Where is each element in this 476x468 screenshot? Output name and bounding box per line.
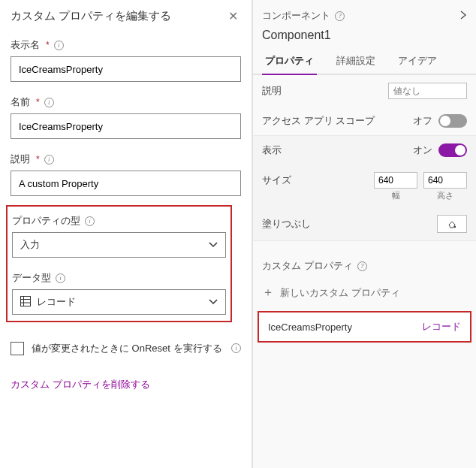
property-item-name: IceCreamsProperty: [268, 322, 352, 333]
description-field[interactable]: [388, 83, 467, 99]
chevron-down-icon: [209, 242, 218, 248]
info-icon[interactable]: i: [56, 273, 65, 283]
width-sublabel: 幅: [374, 190, 417, 201]
width-input[interactable]: [374, 172, 417, 189]
tabs: プロパティ 詳細設定 アイデア: [253, 50, 476, 75]
access-scope-label: アクセス アプリ スコープ: [262, 114, 413, 128]
required-marker: *: [46, 40, 50, 50]
description-label: 説明: [262, 84, 388, 98]
display-state: オン: [413, 143, 432, 157]
property-type-value: 入力: [20, 238, 40, 252]
panel-title: カスタム プロパティを編集する: [11, 9, 171, 23]
size-label: サイズ: [262, 174, 374, 187]
property-item-type: レコード: [422, 320, 461, 334]
property-type-label: プロパティの型: [12, 214, 80, 228]
data-type-value: レコード: [37, 295, 76, 309]
info-icon[interactable]: i: [54, 41, 64, 50]
name-input[interactable]: [11, 113, 241, 139]
component-header-label: コンポーネント: [262, 9, 330, 23]
component-name: Component1: [253, 26, 476, 50]
display-toggle[interactable]: [438, 143, 467, 157]
required-marker: *: [36, 154, 40, 165]
fill-color-picker[interactable]: [437, 215, 467, 233]
info-icon[interactable]: i: [231, 343, 241, 353]
close-icon[interactable]: ✕: [225, 8, 241, 25]
height-sublabel: 高さ: [423, 190, 467, 201]
svg-rect-0: [21, 296, 31, 306]
highlighted-property-section: プロパティの型 i 入力 データ型 i: [6, 205, 232, 322]
add-custom-property-button[interactable]: ＋ 新しいカスタム プロパティ: [253, 285, 476, 309]
custom-property-item[interactable]: IceCreamsProperty レコード: [259, 313, 470, 341]
info-icon[interactable]: ?: [335, 11, 345, 21]
property-type-select[interactable]: 入力: [12, 232, 226, 258]
onreset-label: 値が変更されたときに OnReset を実行する: [32, 342, 224, 355]
tab-ideas[interactable]: アイデア: [395, 50, 440, 75]
info-icon[interactable]: i: [44, 98, 54, 107]
description-input[interactable]: [11, 171, 241, 196]
display-name-input[interactable]: [11, 56, 241, 82]
record-icon: [20, 296, 31, 309]
add-custom-property-label: 新しいカスタム プロパティ: [280, 286, 400, 300]
tab-properties[interactable]: プロパティ: [262, 50, 317, 75]
fill-label: 塗りつぶし: [262, 217, 437, 231]
height-input[interactable]: [423, 172, 467, 189]
access-scope-state: オフ: [413, 114, 432, 128]
data-type-label: データ型: [12, 271, 51, 285]
plus-icon: ＋: [262, 285, 274, 300]
chevron-right-icon[interactable]: [459, 10, 467, 23]
info-icon[interactable]: i: [44, 155, 54, 165]
delete-property-link[interactable]: カスタム プロパティを削除する: [11, 378, 241, 391]
custom-property-edit-panel: カスタム プロパティを編集する ✕ 表示名 * i 名前 * i 説明 * i: [0, 0, 253, 468]
custom-properties-header: カスタム プロパティ: [262, 259, 353, 273]
display-label: 表示: [262, 143, 413, 157]
data-type-select[interactable]: レコード: [12, 289, 226, 315]
info-icon[interactable]: i: [85, 216, 95, 226]
component-pane: コンポーネント ? Component1 プロパティ 詳細設定 アイデア 説明 …: [253, 0, 476, 468]
chevron-down-icon: [209, 299, 218, 305]
display-name-label: 表示名: [11, 38, 40, 52]
required-marker: *: [36, 97, 40, 107]
highlighted-property-item: IceCreamsProperty レコード: [258, 311, 471, 343]
tab-advanced[interactable]: 詳細設定: [333, 50, 378, 75]
access-scope-toggle[interactable]: [438, 114, 467, 128]
info-icon[interactable]: ?: [357, 261, 367, 271]
description-label: 説明: [11, 152, 30, 166]
svg-point-4: [454, 226, 456, 228]
name-label: 名前: [11, 95, 30, 109]
onreset-checkbox[interactable]: [11, 342, 24, 355]
